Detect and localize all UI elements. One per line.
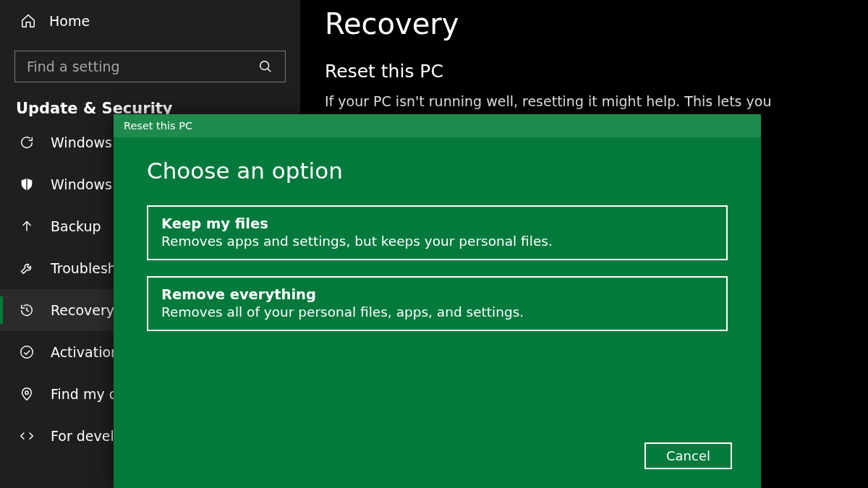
upload-icon: [19, 218, 35, 234]
code-icon: [19, 428, 35, 444]
dialog-footer: Cancel: [644, 442, 732, 469]
reset-pc-dialog: Reset this PC Choose an option Keep my f…: [114, 114, 761, 488]
search-field[interactable]: [14, 51, 286, 82]
option-title: Keep my files: [161, 215, 713, 232]
settings-window: Home Update & Security Windows Update Wi…: [0, 0, 868, 488]
sidebar-item-label: Activation: [51, 344, 119, 360]
svg-point-0: [260, 61, 269, 70]
svg-point-3: [21, 346, 33, 359]
option-desc: Removes all of your personal files, apps…: [161, 304, 713, 320]
page-title: Recovery: [325, 7, 868, 40]
sidebar-item-label: Recovery: [51, 302, 114, 318]
option-keep-my-files[interactable]: Keep my files Removes apps and settings,…: [147, 205, 728, 260]
dialog-body: Choose an option Keep my files Removes a…: [114, 137, 761, 331]
option-title: Remove everything: [161, 286, 713, 303]
dialog-title: Reset this PC: [124, 120, 192, 132]
section-body: If your PC isn't running well, resetting…: [325, 93, 846, 109]
home-label: Home: [49, 13, 90, 29]
search-icon: [258, 59, 273, 74]
cancel-button[interactable]: Cancel: [644, 442, 732, 469]
sync-icon: [19, 134, 35, 150]
sidebar-item-label: Backup: [51, 218, 101, 234]
history-icon: [19, 302, 35, 318]
dialog-titlebar: Reset this PC: [114, 114, 761, 137]
wrench-icon: [19, 260, 35, 276]
svg-line-1: [268, 69, 271, 72]
check-circle-icon: [19, 344, 35, 360]
svg-point-4: [25, 391, 28, 394]
location-icon: [19, 386, 35, 402]
sidebar-home[interactable]: Home: [0, 0, 300, 42]
search-input[interactable]: [27, 59, 237, 74]
option-remove-everything[interactable]: Remove everything Removes all of your pe…: [147, 276, 728, 331]
home-icon: [20, 13, 36, 29]
shield-icon: [19, 176, 35, 192]
dialog-heading: Choose an option: [147, 158, 728, 184]
section-heading: Reset this PC: [325, 61, 868, 82]
option-desc: Removes apps and settings, but keeps you…: [161, 234, 713, 249]
